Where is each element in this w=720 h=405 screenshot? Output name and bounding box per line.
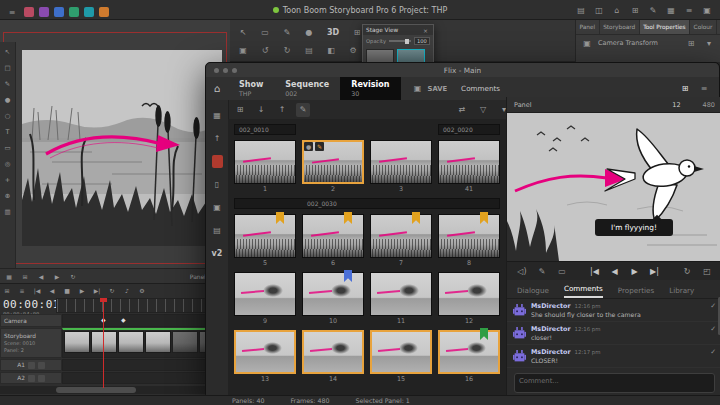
app-icon-teal[interactable]: [84, 7, 94, 17]
storyboard-panel[interactable]: 13: [234, 330, 296, 383]
list-icon[interactable]: ≡: [17, 285, 27, 295]
solo-button[interactable]: [38, 375, 45, 382]
home-icon[interactable]: ⌂: [610, 3, 624, 17]
panel-thumbnail[interactable]: [438, 272, 500, 316]
resolve-check-icon[interactable]: ✓: [710, 325, 716, 333]
first-panel-icon[interactable]: |◀: [588, 264, 602, 278]
stop-icon[interactable]: ■: [62, 285, 72, 295]
center-tool-icon[interactable]: ◎: [2, 158, 13, 169]
tab-comments[interactable]: Comments: [564, 284, 603, 298]
app-icon-blue[interactable]: [54, 7, 64, 17]
move-tool-icon[interactable]: +: [2, 174, 13, 185]
storyboard-panel[interactable]: ●✎2: [302, 140, 364, 193]
first-frame-icon[interactable]: |◀: [32, 285, 42, 295]
new-panel-icon[interactable]: ⊞: [233, 103, 247, 117]
pencil-tool-icon[interactable]: ✎: [280, 25, 294, 39]
version-label[interactable]: v2: [208, 247, 227, 260]
tab-tool-properties[interactable]: Tool Properties: [640, 20, 690, 34]
loop-icon[interactable]: ↻: [680, 264, 694, 278]
panel-thumbnail[interactable]: [438, 330, 500, 374]
split-view-icon[interactable]: ◫: [592, 3, 606, 17]
storyboard-track-header[interactable]: Storyboard Scene: 0010 Panel: 2: [0, 328, 62, 358]
storyboard-panel[interactable]: 12: [438, 272, 500, 325]
comment[interactable]: MsDirector12:17 pmCLOSER!✓: [507, 345, 720, 368]
tab-storyboard[interactable]: Storyboard: [600, 20, 640, 34]
trash-icon[interactable]: ▯: [211, 178, 224, 191]
window-controls[interactable]: [214, 68, 237, 73]
hand-tool-icon[interactable]: ▥: [2, 206, 13, 217]
timeline-panel-thumbnail[interactable]: [145, 331, 171, 353]
panel-thumbnail[interactable]: [370, 272, 432, 316]
menu-icon[interactable]: ≡: [5, 5, 19, 19]
storyboard-panel[interactable]: 3: [370, 140, 432, 193]
clapper-icon[interactable]: ▭: [555, 264, 569, 278]
storyboard-panel[interactable]: 41: [438, 140, 500, 193]
redo-icon[interactable]: ↻: [280, 43, 294, 57]
next-panel-icon[interactable]: ▶|: [648, 264, 662, 278]
refresh-icon[interactable]: ↻: [68, 271, 78, 281]
list-icon[interactable]: ≡: [682, 3, 696, 17]
settings-icon[interactable]: ⚙: [346, 43, 360, 57]
swap-icon[interactable]: ⇄: [455, 103, 469, 117]
panel-thumbnail[interactable]: [438, 140, 500, 184]
3d-view-button[interactable]: 3D: [324, 25, 342, 39]
export-icon[interactable]: ↑: [275, 103, 289, 117]
pencil-tool-icon[interactable]: ✎: [2, 78, 13, 89]
grid-icon[interactable]: ⊞: [628, 3, 642, 17]
thumbnails-icon[interactable]: ▦: [4, 271, 14, 281]
import-icon[interactable]: ↓: [254, 103, 268, 117]
chevron-down-icon[interactable]: ▾: [702, 36, 716, 50]
select-tool-icon[interactable]: ↖: [2, 46, 13, 57]
panel-thumbnail[interactable]: [370, 140, 432, 184]
resolve-check-icon[interactable]: ✓: [710, 302, 716, 310]
frame-select-icon[interactable]: ▭: [258, 25, 272, 39]
home-icon[interactable]: ⌂: [206, 77, 228, 100]
timeline-panel-thumbnail[interactable]: [91, 331, 117, 353]
camera-track-header[interactable]: Camera: [0, 314, 62, 327]
panel-thumbnail[interactable]: [234, 330, 296, 374]
comments-button[interactable]: Comments: [461, 77, 500, 100]
fullscreen-icon[interactable]: ◰: [700, 264, 714, 278]
keyframe-icon[interactable]: ◆: [121, 316, 126, 323]
storyboard-panel[interactable]: 9: [234, 272, 296, 325]
monitor-icon[interactable]: ▣: [700, 3, 714, 17]
text-tool-icon[interactable]: T: [2, 126, 13, 137]
panel-thumbnail[interactable]: [438, 214, 500, 258]
app-icon-red[interactable]: [24, 7, 34, 17]
opacity-slider[interactable]: [389, 40, 411, 42]
loop-icon[interactable]: ↻: [107, 285, 117, 295]
shot-header[interactable]: 002_0020: [438, 124, 500, 135]
tab-properties[interactable]: Properties: [618, 286, 654, 298]
undo-icon[interactable]: ↺: [258, 43, 272, 57]
timeline-scrollbar[interactable]: [0, 386, 230, 394]
tab-colour[interactable]: Colour: [690, 20, 717, 34]
grid-view-icon[interactable]: ⊞: [678, 82, 692, 96]
save-button[interactable]: ▣ SAVE: [411, 77, 448, 100]
shot-header[interactable]: 002_0030: [234, 198, 500, 209]
storyboard-panel[interactable]: 14: [302, 330, 364, 383]
comment[interactable]: MsDirector12:16 pmShe should fly closer …: [507, 299, 720, 322]
camera-view-icon[interactable]: ▣: [236, 43, 250, 57]
settings-icon[interactable]: ⚙: [137, 285, 147, 295]
panel-thumbnail[interactable]: [234, 272, 296, 316]
storyboard-panel[interactable]: 8: [438, 214, 500, 267]
panel-thumbnail[interactable]: [302, 272, 364, 316]
audio-icon[interactable]: ◁): [515, 264, 529, 278]
prev-panel-icon[interactable]: ◀: [608, 264, 622, 278]
drawing-canvas[interactable]: ↖□✎●○T▭◎+⊕▥ ▦⊞◀▶↻ Panel ▾ ◫: [0, 20, 230, 283]
storyboard-panel[interactable]: 15: [370, 330, 432, 383]
flix-titlebar[interactable]: Flix - Main: [206, 63, 719, 77]
layout-icon[interactable]: ▦: [664, 3, 678, 17]
panel-thumbnail[interactable]: [370, 214, 432, 258]
close-icon[interactable]: ×: [421, 26, 430, 35]
panel-thumbnail[interactable]: [370, 330, 432, 374]
playhead[interactable]: [103, 298, 104, 388]
select-tool-icon[interactable]: ↖: [236, 25, 250, 39]
last-frame-icon[interactable]: ▶|: [92, 285, 102, 295]
play-icon[interactable]: ▶: [77, 285, 87, 295]
half-view-icon[interactable]: ◧: [324, 43, 338, 57]
shape-tool-icon[interactable]: ▭: [2, 142, 13, 153]
snapshot-icon[interactable]: ▤: [211, 224, 224, 237]
record-marker-icon[interactable]: [212, 155, 223, 168]
storyboard-panel[interactable]: 7: [370, 214, 432, 267]
